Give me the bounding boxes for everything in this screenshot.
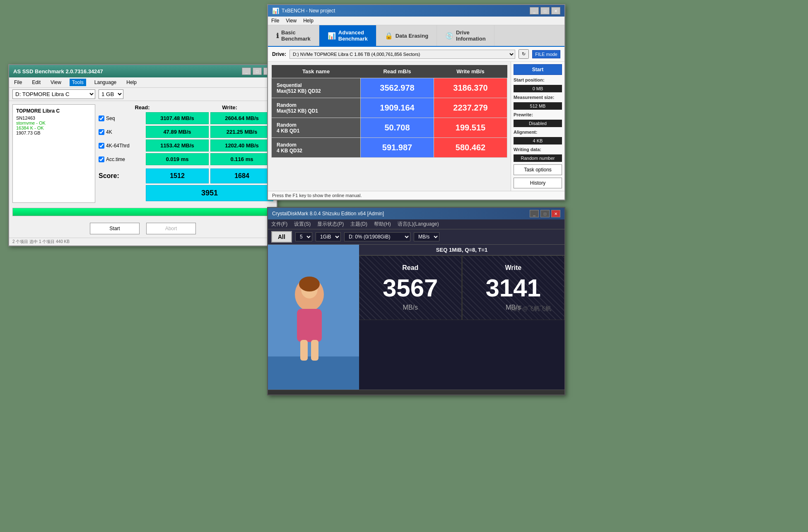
maximize-button[interactable]: □ (253, 67, 262, 75)
measurement-size-val: 512 MB (514, 102, 562, 110)
cdm-scrollbar[interactable] (268, 390, 564, 395)
as-results-panel: Read: Write: Seq 3107.48 MB/s 2604.64 MB… (99, 104, 273, 203)
data-erasing-icon: 🔒 (385, 32, 393, 40)
read-rand-4k-qd32: 591.987 (361, 138, 434, 158)
svg-rect-1 (268, 356, 359, 390)
cdm-anime-panel (268, 245, 359, 390)
seq-write-val: 2604.64 MB/s (210, 112, 273, 124)
cdm-anime-image (268, 245, 359, 390)
cdm-unit-select[interactable]: MB/s (414, 232, 439, 241)
write-rand-4k-qd1: 199.515 (434, 118, 507, 138)
cdm-window-controls: _ □ ✕ (530, 210, 560, 217)
drive-information-label: DriveInformation (456, 29, 486, 42)
acctime-row: Acc.time 0.019 ms 0.116 ms (99, 153, 273, 165)
txbench-drive-select[interactable]: D:) NVMe TOPMORE Libra C 1.86 TB (4,000,… (289, 50, 515, 59)
task-rand-4k-qd1: Random4 KB QD1 (272, 118, 361, 138)
cdm-menubar: 文件(F) 设置(S) 显示状态(P) 主题(D) 帮助(H) 语言(L)(La… (268, 219, 564, 229)
cdm-menu-theme[interactable]: 主题(D) (350, 221, 367, 228)
tab-drive-information[interactable]: 💿 DriveInformation (437, 25, 494, 46)
txbench-menu-view[interactable]: View (286, 18, 297, 24)
file-mode-button[interactable]: FILE mode (532, 50, 560, 58)
acctime-checkbox[interactable] (99, 156, 104, 162)
as-ssd-titlebar: AS SSD Benchmark 2.0.7316.34247 _ □ ✕ (9, 65, 277, 77)
drive-refresh-button[interactable]: ↻ (519, 49, 529, 59)
cdm-all-button[interactable]: All (271, 231, 292, 243)
txbench-start-button[interactable]: Start (514, 64, 562, 75)
as-ssd-window: AS SSD Benchmark 2.0.7316.34247 _ □ ✕ Fi… (8, 64, 277, 246)
cdm-menu-settings[interactable]: 设置(S) (294, 221, 311, 228)
cdm-menu-language[interactable]: 语言(L)(Language) (398, 221, 439, 228)
cdm-menu-display[interactable]: 显示状态(P) (317, 221, 344, 228)
as-ssd-menubar: File Edit View Tools Language Help (9, 77, 277, 88)
txbench-menu-help[interactable]: Help (303, 18, 314, 24)
read-rand-max: 1909.164 (361, 98, 434, 118)
abort-button[interactable]: Abort (146, 223, 196, 234)
cdm-drive-select[interactable]: D: 0% (0/1908GiB) (344, 232, 410, 241)
write-header: Write: (186, 104, 273, 111)
cdm-minimize-button[interactable]: _ (530, 210, 539, 217)
measurement-size-label: Measurement size: (514, 95, 562, 100)
alignment-val: 4 KB (514, 137, 562, 144)
cdm-size-select[interactable]: 1GiB (316, 232, 341, 241)
txbench-menu-file[interactable]: File (271, 18, 279, 24)
cdm-maximize-button[interactable]: □ (540, 210, 550, 217)
4k64thrd-checkbox[interactable] (99, 143, 104, 149)
cdm-titlebar: CrystalDiskMark 8.0.4 Shizuku Edition x6… (268, 208, 564, 219)
history-button[interactable]: History (514, 178, 562, 188)
svg-rect-6 (300, 340, 308, 361)
txbench-close-button[interactable]: ✕ (551, 7, 560, 14)
prewrite-val: Disabled (514, 120, 562, 127)
read-header: Read: (99, 104, 186, 111)
txbench-tabs: ℹ BasicBenchmark 📊 AdvancedBenchmark 🔒 D… (268, 25, 564, 47)
4k64thrd-read-val: 1153.42 MB/s (146, 140, 209, 152)
menu-language[interactable]: Language (93, 79, 118, 86)
as-ssd-main: TOPMORE Libra C SN12463 stornvme - OK 16… (9, 101, 277, 206)
txbench-maximize-button[interactable]: □ (540, 7, 550, 14)
txbench-main: Task name Read mB/s Write mB/s Sequentia… (268, 62, 564, 191)
cdm-menu-file[interactable]: 文件(F) (271, 221, 287, 228)
tab-advanced-benchmark[interactable]: 📊 AdvancedBenchmark (319, 25, 376, 46)
col-task-name: Task name (272, 65, 361, 78)
menu-file[interactable]: File (12, 79, 24, 86)
4k64thrd-label: 4K-64Thrd (99, 143, 144, 149)
progress-fill (13, 208, 273, 216)
tab-basic-benchmark[interactable]: ℹ BasicBenchmark (268, 25, 319, 46)
table-row: RandomMax(512 KB) QD1 1909.164 2237.279 (272, 98, 507, 118)
start-button[interactable]: Start (90, 223, 140, 234)
data-erasing-label: Data Erasing (396, 33, 428, 39)
txbench-sidebar: Start Start position: 0 MB Measurement s… (511, 62, 564, 191)
drive-select[interactable]: D: TOPMORE Libra C (12, 89, 95, 99)
menu-edit[interactable]: Edit (30, 79, 42, 86)
advanced-benchmark-label: AdvancedBenchmark (338, 29, 368, 42)
write-seq: 3186.370 (434, 78, 507, 98)
txbench-icon: 📊 (272, 7, 279, 14)
cdm-menu-help[interactable]: 帮助(H) (374, 221, 391, 228)
cdm-count-select[interactable]: 5 (295, 232, 312, 241)
task-options-button[interactable]: Task options (514, 164, 562, 175)
cdm-close-button[interactable]: ✕ (551, 210, 560, 217)
table-row: Random4 KB QD32 591.987 580.462 (272, 138, 507, 158)
txbench-drive-row: Drive: D:) NVMe TOPMORE Libra C 1.86 TB … (268, 47, 564, 62)
4k-write-val: 221.25 MB/s (210, 126, 273, 138)
minimize-button[interactable]: _ (242, 67, 251, 75)
menu-tools[interactable]: Tools (70, 79, 86, 86)
acctime-read-val: 0.019 ms (146, 153, 209, 165)
4k64thrd-write-val: 1202.40 MB/s (210, 140, 273, 152)
acctime-label: Acc.time (99, 156, 144, 162)
start-position-val: 0 MB (514, 85, 562, 92)
score-section: Score: 1512 1684 3951 (99, 169, 273, 201)
tab-data-erasing[interactable]: 🔒 Data Erasing (376, 25, 437, 46)
txbench-content: Task name Read mB/s Write mB/s Sequentia… (268, 62, 511, 191)
cdm-main: SEQ 1MiB, Q=8, T=1 Read 3567 MB/s Write … (268, 245, 564, 390)
alignment-label: Alignment: (514, 130, 562, 135)
4k-label: 4K (99, 129, 144, 135)
cdm-seq-label: SEQ 1MiB, Q=8, T=1 (359, 245, 564, 255)
seq-read-val: 3107.48 MB/s (146, 112, 209, 124)
menu-help[interactable]: Help (125, 79, 138, 86)
txbench-minimize-button[interactable]: _ (530, 7, 539, 14)
seq-checkbox[interactable] (99, 116, 104, 121)
task-rand-4k-qd32: Random4 KB QD32 (272, 138, 361, 158)
size-select[interactable]: 1 GB (99, 89, 123, 99)
4k-checkbox[interactable] (99, 129, 104, 135)
menu-view[interactable]: View (49, 79, 63, 86)
